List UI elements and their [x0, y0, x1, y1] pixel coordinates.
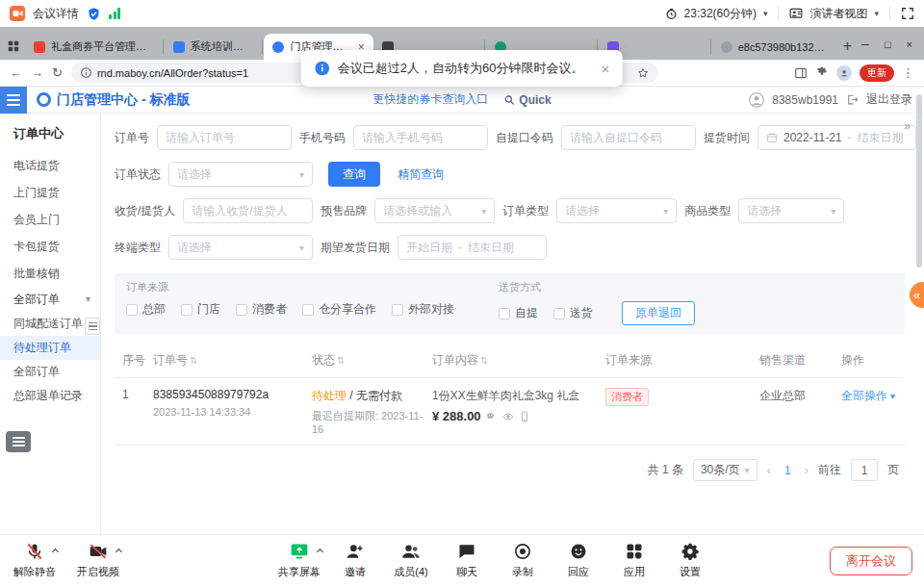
- col-content[interactable]: 订单内容⇅: [432, 352, 605, 369]
- browser-tab[interactable]: 系统培训学习: [165, 34, 262, 60]
- window-close-button[interactable]: ×: [907, 38, 912, 50]
- view-mode-button[interactable]: 演讲者视图: [809, 6, 867, 22]
- col-channel: 销售渠道: [759, 352, 841, 369]
- maximize-button[interactable]: □: [885, 38, 891, 50]
- share-screen-button[interactable]: 共享屏幕: [272, 541, 326, 579]
- browser-tab[interactable]: e8c573980b1328a258fd2e6: [712, 34, 835, 60]
- sidebar-toggle-button[interactable]: [0, 87, 27, 114]
- col-status[interactable]: 状态⇅: [312, 352, 432, 369]
- timer-caret-icon[interactable]: ▾: [763, 9, 768, 18]
- unmute-button[interactable]: 解除静音: [8, 541, 62, 579]
- browser-menu-icon[interactable]: ⋮: [902, 66, 914, 79]
- sidebar-collapse-handle[interactable]: [85, 318, 100, 335]
- sidebar-item-phone-pickup[interactable]: 电话提货: [0, 152, 100, 179]
- checkbox-source-warehouse-coop[interactable]: 仓分享合作: [302, 301, 376, 318]
- order-status-select[interactable]: 请选择 ▾: [168, 162, 313, 187]
- meeting-details-button[interactable]: 会议详情: [33, 6, 79, 22]
- sidebar-item-batch-verify[interactable]: 批量核销: [0, 260, 100, 287]
- tab-title: e8c573980b1328a258fd2e6: [738, 41, 827, 53]
- forward-icon[interactable]: →: [31, 66, 43, 79]
- ship-date-range-input[interactable]: 开始日期 - 结束日期: [398, 235, 547, 260]
- video-options-chevron[interactable]: [116, 549, 122, 555]
- phone-input[interactable]: 请输入手机号码: [353, 125, 488, 150]
- order-no-input[interactable]: 请输入订单号: [157, 125, 292, 150]
- camera-off-icon: [89, 541, 108, 562]
- members-button[interactable]: 成员(4): [384, 541, 438, 579]
- start-video-button[interactable]: 开启视频: [71, 541, 125, 579]
- search-button[interactable]: 查询: [328, 162, 380, 187]
- tab-search-icon[interactable]: [8, 40, 19, 52]
- sidebar-group-all-orders[interactable]: 全部订单 ▾: [0, 287, 100, 312]
- simple-query-link[interactable]: 精简查询: [398, 166, 444, 183]
- share-options-chevron[interactable]: [317, 549, 323, 555]
- logout-button[interactable]: 退出登录: [866, 91, 912, 108]
- current-page[interactable]: 1: [781, 464, 795, 477]
- checkbox-source-hq[interactable]: 总部: [126, 301, 166, 318]
- col-order-no[interactable]: 订单号⇅: [153, 352, 312, 369]
- refresh-icon[interactable]: ↻: [52, 66, 63, 79]
- reactions-button[interactable]: 回应: [552, 541, 605, 579]
- sidebar-item-cardpack-pickup[interactable]: 卡包提货: [0, 233, 100, 260]
- browser-profile-avatar[interactable]: [836, 65, 852, 81]
- collapse-search-panel-icon[interactable]: »: [904, 119, 909, 133]
- sort-icon[interactable]: ⇅: [480, 355, 488, 366]
- pickup-date-range-input[interactable]: 2022-11-21 - 结束日期: [757, 125, 916, 150]
- sidebar-item-hq-refund-records[interactable]: 总部退单记录: [0, 384, 100, 408]
- all-actions-dropdown[interactable]: 全部操作 ▾: [841, 388, 905, 404]
- goods-type-select[interactable]: 请选择 ▾: [738, 198, 844, 223]
- checkbox-source-external[interactable]: 外部对接: [392, 301, 454, 318]
- order-type-label: 订单类型: [502, 203, 549, 219]
- side-panel-icon[interactable]: [794, 66, 808, 80]
- tab-divider: [710, 39, 711, 54]
- chat-button[interactable]: 聊天: [440, 541, 494, 579]
- sort-icon[interactable]: ⇅: [337, 355, 345, 366]
- sidebar-item-all-orders[interactable]: 全部订单: [0, 360, 100, 384]
- back-icon[interactable]: ←: [10, 66, 22, 79]
- leave-meeting-button[interactable]: 离开会议: [830, 547, 912, 575]
- apps-button[interactable]: 应用: [607, 541, 661, 579]
- bookmark-star-icon[interactable]: [637, 67, 649, 79]
- chevron-down-icon: ▾: [663, 206, 668, 217]
- goto-page-input[interactable]: 1: [851, 459, 878, 481]
- browser-update-button[interactable]: 更新: [860, 64, 894, 82]
- sort-icon[interactable]: ⇅: [190, 355, 197, 366]
- quick-search-button[interactable]: Quick: [503, 93, 551, 107]
- checkbox-source-store[interactable]: 门店: [181, 301, 220, 318]
- invite-button[interactable]: 邀请: [328, 541, 382, 579]
- site-info-icon[interactable]: [81, 67, 91, 78]
- checkbox-icon: [392, 304, 403, 316]
- minimize-button[interactable]: ─: [861, 38, 869, 50]
- username[interactable]: 8385wb1991: [772, 93, 838, 107]
- sidebar-item-member-visit[interactable]: 会员上门: [0, 206, 100, 233]
- fullscreen-icon[interactable]: [901, 7, 914, 20]
- view-mode-caret-icon[interactable]: ▾: [874, 9, 879, 18]
- terminal-type-select[interactable]: 请选择 ▾: [168, 235, 313, 260]
- orders-float-menu-button[interactable]: [6, 431, 31, 452]
- main-content: » 订单号 请输入订单号 手机号码 请输入手机号码 自提口令码 请输入自提口令码…: [101, 114, 924, 534]
- extensions-puzzle-icon[interactable]: [815, 66, 829, 80]
- security-shield-icon[interactable]: [87, 7, 101, 21]
- checkbox-delivery-selfpickup[interactable]: 自提: [499, 305, 538, 321]
- settings-button[interactable]: 设置: [663, 541, 717, 579]
- browser-tab[interactable]: 礼盒商券平台管理中心: [25, 34, 162, 60]
- toast-close-icon[interactable]: ×: [601, 61, 609, 77]
- next-page-button[interactable]: ›: [805, 463, 808, 477]
- browser-scrollbar[interactable]: [916, 94, 922, 268]
- new-tab-button[interactable]: +: [843, 38, 852, 54]
- pickup-code-input[interactable]: 请输入自提口令码: [561, 125, 696, 150]
- receiver-input[interactable]: 请输入收货/提货人: [183, 198, 313, 223]
- order-no-label: 订单号: [115, 130, 149, 146]
- mic-options-chevron[interactable]: [52, 549, 59, 555]
- prev-page-button[interactable]: ‹: [767, 463, 771, 477]
- checkbox-delivery-delivery[interactable]: 送货: [553, 305, 593, 321]
- sidebar-item-pending-orders[interactable]: 待处理订单: [0, 336, 100, 360]
- checkbox-source-consumer[interactable]: 消费者: [236, 301, 287, 318]
- order-type-select[interactable]: 请选择 ▾: [556, 198, 677, 223]
- network-signal-icon[interactable]: [109, 8, 120, 19]
- presale-brand-select[interactable]: 请选择或输入 ▾: [374, 198, 495, 223]
- original-order-return-button[interactable]: 原单退回: [622, 301, 695, 325]
- coupon-query-link[interactable]: 更快捷的券卡查询入口: [372, 91, 488, 108]
- sidebar-item-door-pickup[interactable]: 上门提货: [0, 179, 100, 206]
- record-button[interactable]: 录制: [496, 541, 550, 579]
- page-size-select[interactable]: 30条/页 ▾: [693, 459, 757, 481]
